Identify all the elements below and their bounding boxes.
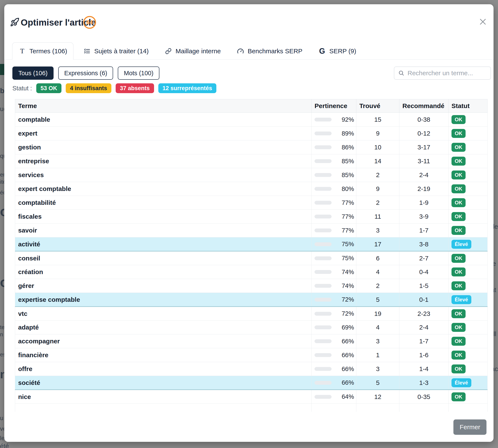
pertinence-bar bbox=[314, 145, 332, 149]
recommended-cell: 1-5 bbox=[399, 279, 448, 293]
table-row[interactable]: adapté 69% 4 2-4 OK bbox=[15, 320, 488, 335]
tab-termes-106[interactable]: T Termes (106) bbox=[12, 42, 73, 60]
pertinence-cell: 72% bbox=[311, 307, 356, 320]
recommended-cell: 0-4 bbox=[399, 265, 448, 279]
term-cell: expert comptable bbox=[15, 182, 311, 196]
pertinence-bar bbox=[314, 242, 332, 246]
pertinence-cell: 92% bbox=[311, 113, 356, 127]
close-icon[interactable] bbox=[479, 17, 487, 26]
recommended-cell: 0-12 bbox=[399, 127, 448, 141]
status-badge: OK bbox=[451, 365, 465, 373]
recommended-cell: 3-11 bbox=[399, 154, 448, 168]
status-cell: Élevé bbox=[448, 293, 487, 307]
filter-toolbar: Tous (106)Expressions (6)Mots (100) bbox=[12, 66, 491, 80]
status-cell: OK bbox=[448, 251, 487, 265]
filter-tous-106[interactable]: Tous (106) bbox=[12, 66, 53, 80]
table-row[interactable]: financière 66% 1 1-6 OK bbox=[15, 348, 488, 362]
table-row[interactable]: nice 64% 12 0-35 OK bbox=[15, 390, 488, 404]
status-cell: OK bbox=[448, 279, 487, 293]
table-row[interactable]: société 66% 5 1-3 Élevé bbox=[15, 376, 488, 390]
recommended-cell bbox=[399, 404, 448, 412]
status-cell: OK bbox=[448, 224, 487, 238]
tab-serp-9[interactable]: G SERP (9) bbox=[312, 42, 362, 60]
status-summary-badge[interactable]: 4 insuffisants bbox=[66, 83, 111, 93]
status-cell bbox=[448, 404, 487, 412]
pertinence-value: 85% bbox=[332, 172, 354, 179]
pertinence-value: 92% bbox=[332, 116, 354, 123]
pertinence-bar bbox=[314, 395, 332, 399]
pertinence-bar bbox=[314, 353, 332, 357]
status-cell: OK bbox=[448, 127, 487, 141]
status-cell: OK bbox=[448, 307, 487, 320]
found-cell: 4 bbox=[356, 265, 399, 279]
table-row[interactable]: comptabilité 77% 2 1-9 OK bbox=[15, 196, 488, 210]
status-row: Statut : 53 OK4 insuffisants37 absents12… bbox=[12, 83, 216, 93]
search-input[interactable] bbox=[408, 69, 490, 77]
table-row[interactable]: conseil 75% 6 2-7 OK bbox=[15, 251, 488, 265]
table-row[interactable]: services 85% 2 2-4 OK bbox=[15, 168, 488, 182]
table-row[interactable]: expert comptable 80% 9 2-19 OK bbox=[15, 182, 488, 196]
filter-group: Tous (106)Expressions (6)Mots (100) bbox=[12, 66, 159, 80]
table-header-row: TermePertinenceTrouvéRecommandéStatut bbox=[15, 99, 488, 113]
pertinence-value: 74% bbox=[332, 282, 354, 289]
status-summary-badge[interactable]: 37 absents bbox=[116, 83, 154, 93]
term-cell: adapté bbox=[15, 320, 311, 335]
close-modal-button[interactable]: Fermer bbox=[453, 419, 486, 435]
list-checks-icon bbox=[83, 47, 91, 55]
table-row[interactable]: offre 66% 3 1-4 OK bbox=[15, 362, 488, 376]
found-cell: 2 bbox=[356, 168, 399, 182]
terms-table-container: TermePertinenceTrouvéRecommandéStatut co… bbox=[15, 99, 488, 412]
column-header-pertinence: Pertinence bbox=[311, 99, 356, 113]
found-cell: 5 bbox=[356, 293, 399, 307]
table-row[interactable]: fiscales 77% 11 3-9 OK bbox=[15, 210, 488, 224]
table-row[interactable]: entreprise 85% 14 3-11 OK bbox=[15, 154, 488, 168]
recommended-cell: 1-9 bbox=[399, 196, 448, 210]
recommended-cell: 1-3 bbox=[399, 376, 448, 390]
status-cell: OK bbox=[448, 196, 487, 210]
table-row[interactable]: gérer 74% 2 1-5 OK bbox=[15, 279, 488, 293]
table-row[interactable] bbox=[15, 404, 488, 412]
status-badge: OK bbox=[451, 254, 465, 263]
table-row[interactable]: expert 89% 9 0-12 OK bbox=[15, 127, 488, 141]
optimize-article-modal: Optimiser l'article 64 T Termes (106) Su… bbox=[4, 4, 494, 442]
filter-expressions-6[interactable]: Expressions (6) bbox=[58, 66, 113, 80]
term-cell: gérer bbox=[15, 279, 311, 293]
status-summary-badge[interactable]: 12 surreprésentés bbox=[158, 83, 217, 93]
table-row[interactable]: gestion 86% 10 3-17 OK bbox=[15, 141, 488, 154]
pertinence-cell: 64% bbox=[311, 390, 356, 404]
recommended-cell: 2-23 bbox=[399, 307, 448, 320]
table-row[interactable]: création 74% 4 0-4 OK bbox=[15, 265, 488, 279]
search-box bbox=[394, 66, 491, 80]
pertinence-value: 75% bbox=[332, 255, 354, 262]
table-row[interactable]: activité 75% 17 3-8 Élevé bbox=[15, 238, 488, 251]
pertinence-value: 86% bbox=[332, 144, 354, 151]
table-row[interactable]: expertise comptable 72% 5 0-1 Élevé bbox=[15, 293, 488, 307]
table-row[interactable]: vtc 72% 19 2-23 OK bbox=[15, 307, 488, 320]
recommended-cell: 1-7 bbox=[399, 224, 448, 238]
pertinence-value: 66% bbox=[332, 366, 354, 372]
pertinence-value: 77% bbox=[332, 227, 354, 234]
filter-mots-100[interactable]: Mots (100) bbox=[118, 66, 159, 80]
tab-benchmarks-serp[interactable]: Benchmarks SERP bbox=[231, 42, 309, 60]
found-cell: 1 bbox=[356, 348, 399, 362]
pertinence-value: 89% bbox=[332, 130, 354, 137]
status-badge: OK bbox=[451, 129, 465, 138]
rocket-icon bbox=[10, 17, 19, 27]
table-row[interactable]: savoir 77% 3 1-7 OK bbox=[15, 224, 488, 238]
found-cell: 3 bbox=[356, 362, 399, 376]
tab-sujets-traiter-14[interactable]: Sujets à traiter (14) bbox=[77, 42, 155, 60]
tab-maillage-interne[interactable]: Maillage interne bbox=[158, 42, 227, 60]
term-cell: comptabilité bbox=[15, 196, 311, 210]
found-cell: 2 bbox=[356, 279, 399, 293]
status-badge: OK bbox=[451, 226, 465, 235]
status-cell: Élevé bbox=[448, 238, 487, 251]
status-badge: Élevé bbox=[451, 295, 471, 304]
term-cell: expert bbox=[15, 127, 311, 141]
table-row[interactable]: accompagner 66% 3 1-7 OK bbox=[15, 335, 488, 348]
recommended-cell: 0-38 bbox=[399, 113, 448, 127]
pertinence-cell bbox=[311, 404, 356, 412]
status-badge: OK bbox=[451, 309, 465, 318]
status-summary-badge[interactable]: 53 OK bbox=[36, 83, 61, 93]
table-row[interactable]: comptable 92% 15 0-38 OK bbox=[15, 113, 488, 127]
recommended-cell: 2-7 bbox=[399, 251, 448, 265]
